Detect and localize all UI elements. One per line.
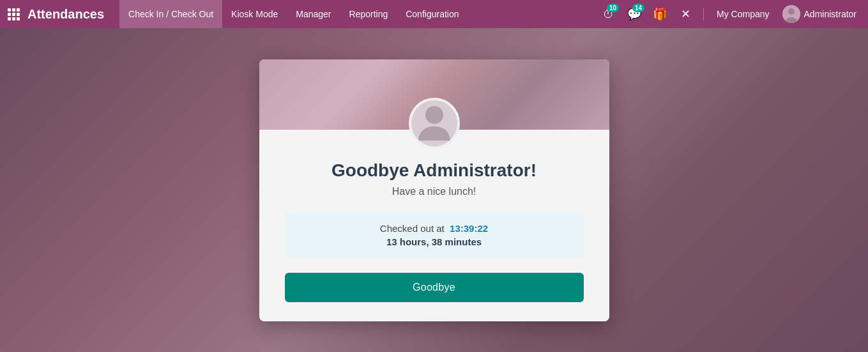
checkout-time-label: Checked out at 13:39:22 — [298, 223, 571, 234]
company-selector[interactable]: My Company — [710, 9, 775, 19]
navbar-right: ⏱ 10 💬 14 🎁 ✕ My Company — [597, 3, 860, 26]
app-title: Attendances — [27, 7, 104, 22]
checkout-info: Checked out at 13:39:22 13 hours, 38 min… — [285, 213, 584, 257]
messages-badge: 14 — [632, 4, 644, 12]
checkout-duration: 13 hours, 38 minutes — [298, 236, 571, 247]
avatar-shoulders — [418, 126, 450, 141]
user-avatar-large — [409, 98, 460, 149]
close-button[interactable]: ✕ — [674, 3, 697, 26]
nav-check-in-out[interactable]: Check In / Check Out — [119, 0, 222, 28]
company-name: My Company — [717, 9, 769, 19]
goodbye-title: Goodbye Administrator! — [285, 160, 584, 181]
avatar-head — [425, 106, 443, 124]
goodbye-button[interactable]: Goodbye — [285, 273, 584, 302]
nav-configuration[interactable]: Configuration — [397, 0, 468, 28]
nav-kiosk-mode[interactable]: Kiosk Mode — [222, 0, 287, 28]
svg-point-1 — [788, 8, 795, 15]
checkout-label-text: Checked out at — [380, 223, 445, 234]
goodbye-subtitle: Have a nice lunch! — [285, 186, 584, 197]
avatar — [782, 5, 800, 23]
nav-reporting[interactable]: Reporting — [340, 0, 397, 28]
user-menu[interactable]: Administrator — [779, 5, 860, 23]
checkout-card: Goodbye Administrator! Have a nice lunch… — [259, 59, 609, 321]
checkout-time: 13:39:22 — [450, 223, 488, 234]
messages-button[interactable]: 💬 14 — [623, 3, 646, 26]
gift-icon: 🎁 — [653, 7, 667, 21]
main-content: Goodbye Administrator! Have a nice lunch… — [0, 28, 868, 352]
user-name: Administrator — [804, 9, 857, 19]
nav-manager[interactable]: Manager — [287, 0, 340, 28]
activity-button[interactable]: ⏱ 10 — [597, 3, 620, 26]
apps-icon[interactable] — [8, 8, 20, 20]
card-body: Goodbye Administrator! Have a nice lunch… — [259, 130, 609, 321]
nav-menu: Check In / Check Out Kiosk Mode Manager … — [119, 0, 597, 28]
navbar: Attendances Check In / Check Out Kiosk M… — [0, 0, 868, 28]
card-header — [259, 59, 609, 130]
gift-button[interactable]: 🎁 — [648, 3, 671, 26]
divider — [703, 8, 704, 20]
activity-badge: 10 — [607, 4, 619, 12]
close-icon: ✕ — [681, 7, 690, 21]
